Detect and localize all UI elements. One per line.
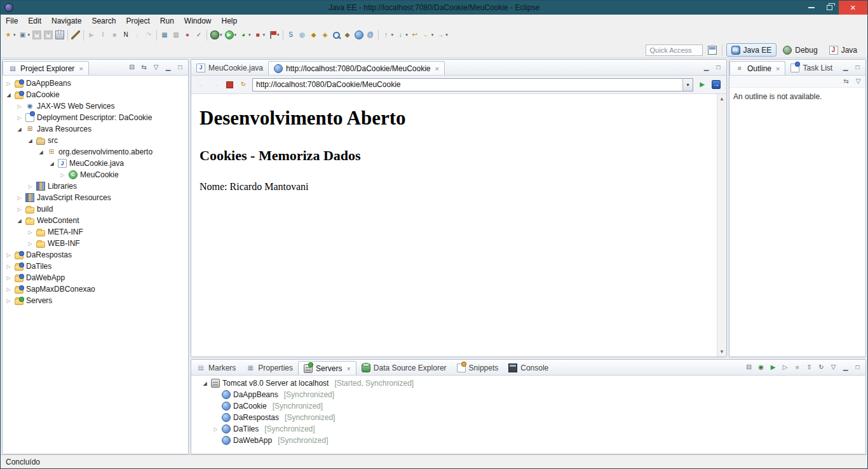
profile-server-button[interactable]: ▷ xyxy=(780,362,790,373)
publish-server-button[interactable]: ⇧ xyxy=(804,362,815,373)
scroll-down-icon[interactable] xyxy=(718,348,726,356)
tree-item-meta-inf[interactable]: ▷META-INF xyxy=(3,226,188,238)
step-over-button[interactable]: ↷ xyxy=(143,29,154,42)
right-tab-outline[interactable]: ≡Outline× xyxy=(729,61,785,75)
restore-window-button[interactable] xyxy=(820,1,839,15)
tree-item-dawebapp[interactable]: ▷DaWebApp xyxy=(3,272,188,283)
minimize-button[interactable]: ▁ xyxy=(840,362,851,373)
web-browser-button[interactable] xyxy=(353,29,365,42)
expand-arrow-icon[interactable]: ▷ xyxy=(5,264,12,269)
editor-tab-http-localhost-7080-dacookie-meucookie[interactable]: http://localhost:7080/DaCookie/MeuCookie… xyxy=(268,61,445,75)
javadoc-button[interactable]: @ xyxy=(365,29,376,42)
expand-arrow-icon[interactable]: ▷ xyxy=(5,287,12,292)
bottom-tab-snippets[interactable]: Snippets xyxy=(452,360,504,375)
minimize-button[interactable]: ▁ xyxy=(701,62,712,73)
perspective-debug[interactable]: Debug xyxy=(778,43,822,57)
start-server-button[interactable]: ▶ xyxy=(768,362,778,373)
collapse-arrow-icon[interactable]: ◢ xyxy=(16,218,23,224)
collapse-arrow-icon[interactable]: ◢ xyxy=(201,381,208,386)
clean-server-button[interactable]: ↻ xyxy=(816,362,827,373)
expand-arrow-icon[interactable]: ▷ xyxy=(16,104,23,109)
debug-server-button[interactable]: ◉ xyxy=(756,362,766,373)
collapse-arrow-icon[interactable]: ◢ xyxy=(37,149,44,155)
bottom-tab-properties[interactable]: ▦Properties xyxy=(241,360,298,375)
collapse-arrow-icon[interactable]: ◢ xyxy=(16,126,23,132)
expand-arrow-icon[interactable]: ▷ xyxy=(5,252,12,258)
tree-item-tomcat-v8-0-server-at-localhost[interactable]: ◢Tomcat v8.0 Server at localhost[Started… xyxy=(191,377,865,389)
tree-item-darespostas[interactable]: ▷DaRespostas xyxy=(3,249,188,261)
tree-item-datiles[interactable]: ▷DaTiles[Synchronized] xyxy=(191,423,865,435)
maximize-button[interactable]: □ xyxy=(852,362,863,373)
back-button[interactable]: ←▾ xyxy=(421,29,435,42)
tree-item-build[interactable]: ▷build xyxy=(3,203,188,215)
menu-navigate[interactable]: Navigate xyxy=(46,15,86,27)
bottom-tab-console[interactable]: Console xyxy=(503,360,553,375)
close-tab-icon[interactable]: × xyxy=(79,65,83,72)
url-combo[interactable] xyxy=(252,78,693,92)
menu-help[interactable]: Help xyxy=(217,15,243,27)
profile-button[interactable]: ■▾ xyxy=(252,29,267,42)
stop-server-button[interactable]: ■ xyxy=(792,362,803,373)
menu-file[interactable]: File xyxy=(1,15,23,27)
go-button[interactable]: ▶ xyxy=(696,78,709,91)
minimize-button[interactable]: ▁ xyxy=(163,62,173,73)
explorer-tab-project-explorer[interactable]: ▤Project Explorer× xyxy=(3,61,89,75)
close-tab-icon[interactable]: × xyxy=(346,365,350,372)
pencil-button[interactable] xyxy=(70,29,81,42)
minimize-window-button[interactable] xyxy=(802,1,820,15)
jar-export-button[interactable]: ◆ xyxy=(308,29,320,42)
tree-item-dacookie[interactable]: DaCookie[Synchronized] xyxy=(191,400,865,412)
tree-item-darespostas[interactable]: DaRespostas[Synchronized] xyxy=(191,412,865,423)
expand-arrow-icon[interactable]: ▷ xyxy=(16,195,23,201)
menu-window[interactable]: Window xyxy=(179,15,217,27)
menu-run[interactable]: Run xyxy=(155,15,179,27)
expand-arrow-icon[interactable]: ▷ xyxy=(27,184,34,189)
menu-project[interactable]: Project xyxy=(121,15,154,27)
bottom-tab-data-source-explorer[interactable]: Data Source Explorer xyxy=(356,360,452,375)
web-service-button[interactable]: ◎ xyxy=(297,29,308,42)
new-other-button[interactable]: ▣▾ xyxy=(17,29,32,42)
run-external-tools-button[interactable]: ▾ xyxy=(266,29,281,42)
tree-item-webcontent[interactable]: ◢WebContent xyxy=(3,215,188,226)
bottom-tab-markers[interactable]: ▤Markers xyxy=(191,360,241,375)
url-dropdown-button[interactable] xyxy=(682,79,693,91)
new-wizard-button[interactable]: ★▾ xyxy=(3,29,17,42)
suspend-button[interactable]: ‖ xyxy=(97,29,109,42)
filter-button[interactable]: ▥ xyxy=(170,29,182,42)
collapse-arrow-icon[interactable]: ◢ xyxy=(5,92,12,98)
forward-button[interactable]: →▾ xyxy=(435,29,449,42)
maximize-button[interactable]: □ xyxy=(713,62,724,73)
open-external-browser-button[interactable]: → xyxy=(710,78,722,91)
forward-button[interactable]: → xyxy=(209,78,222,91)
expand-arrow-icon[interactable]: ▷ xyxy=(5,81,12,86)
perspective-java-ee[interactable]: EEJava EE xyxy=(726,43,777,57)
url-input[interactable] xyxy=(253,79,682,91)
refresh-button[interactable]: ↻ xyxy=(237,78,250,91)
expand-arrow-icon[interactable]: ▷ xyxy=(27,241,34,247)
save-all-button[interactable] xyxy=(43,29,54,42)
expand-arrow-icon[interactable]: ▷ xyxy=(212,426,219,432)
menu-search[interactable]: Search xyxy=(86,15,121,27)
minimize-button[interactable]: ▁ xyxy=(840,62,851,73)
search-button[interactable] xyxy=(331,29,342,42)
collapse-all-button[interactable]: ⊟ xyxy=(743,362,754,373)
scrollbar[interactable] xyxy=(717,94,726,357)
debug-button[interactable]: ▾ xyxy=(209,29,224,42)
tree-item-java-resources[interactable]: ◢⊞Java Resources xyxy=(3,123,188,135)
step-into-button[interactable]: ↓ xyxy=(132,29,143,42)
tree-item-jax-ws-web-services[interactable]: ▷◉JAX-WS Web Services xyxy=(3,100,188,112)
save-button[interactable] xyxy=(31,29,43,42)
table-button[interactable]: ▦ xyxy=(159,29,170,42)
print-button[interactable] xyxy=(54,29,65,42)
tree-item-web-inf[interactable]: ▷WEB-INF xyxy=(3,238,188,249)
tree-item-servers[interactable]: ▷Servers xyxy=(3,295,188,306)
close-tab-icon[interactable]: × xyxy=(776,65,780,72)
close-window-button[interactable] xyxy=(839,1,867,15)
tree-item-dacookie[interactable]: ◢DaCookie xyxy=(3,89,188,100)
collapse-arrow-icon[interactable]: ◢ xyxy=(27,138,34,144)
expand-arrow-icon[interactable]: ▷ xyxy=(5,275,12,281)
bottom-tab-servers[interactable]: Servers× xyxy=(298,361,356,375)
view-menu-button[interactable]: ▽ xyxy=(151,62,161,73)
n-tool-button[interactable]: N xyxy=(120,29,132,42)
tree-item-datiles[interactable]: ▷DaTiles xyxy=(3,261,188,272)
